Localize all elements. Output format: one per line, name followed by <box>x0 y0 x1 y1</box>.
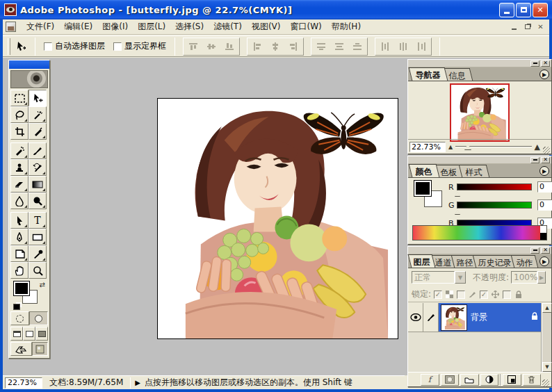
color-close-button[interactable]: ✕ <box>541 157 550 163</box>
menu-window[interactable]: 窗口(W) <box>285 19 326 34</box>
red-value-field[interactable]: 0 <box>537 181 552 193</box>
gradient-tool[interactable] <box>29 176 47 193</box>
notes-tool[interactable] <box>10 245 29 262</box>
menu-image[interactable]: 图像(I) <box>97 19 133 34</box>
distribute-vertical-center-button[interactable] <box>330 39 348 54</box>
minimize-button[interactable] <box>499 3 514 17</box>
align-vertical-center-button[interactable] <box>202 39 220 54</box>
tab-actions[interactable]: 动作 <box>511 255 538 268</box>
history-brush-tool[interactable] <box>29 159 47 176</box>
menu-select[interactable]: 选择(S) <box>170 19 209 34</box>
color-minimize-button[interactable] <box>530 157 539 163</box>
background-layer-row[interactable]: 背景 <box>408 303 541 332</box>
standard-screen-button[interactable] <box>10 327 23 341</box>
green-value-field[interactable]: 0 <box>537 199 552 211</box>
rectangular-marquee-tool[interactable] <box>10 90 29 106</box>
navigator-close-button[interactable]: ✕ <box>541 60 550 67</box>
layers-scrollbar[interactable]: ▲ ▼ <box>542 303 551 372</box>
distribute-left-button[interactable] <box>376 39 394 54</box>
lock-position-checkbox[interactable]: ✓ <box>480 291 488 299</box>
doc-minimize-button[interactable] <box>508 22 520 32</box>
menu-help[interactable]: 帮助(H) <box>327 19 366 34</box>
distribute-horizontal-center-button[interactable] <box>394 39 412 54</box>
navigator-resize-grip[interactable] <box>543 147 550 154</box>
move-tool[interactable] <box>29 90 47 106</box>
navigator-thumbnail[interactable] <box>450 83 510 142</box>
selected-layer[interactable]: 背景 <box>439 303 541 332</box>
pen-tool[interactable] <box>10 229 29 245</box>
navigator-title-strip[interactable]: ✕ <box>408 60 551 67</box>
layers-panel-menu-button[interactable]: ▶ <box>539 256 549 266</box>
auto-select-layer-option[interactable]: 自动选择图层 <box>44 40 105 52</box>
type-tool[interactable]: T <box>29 212 47 229</box>
menu-view[interactable]: 视图(V) <box>247 19 286 34</box>
red-slider-thumb[interactable] <box>455 191 460 196</box>
toolbox-title-bar[interactable] <box>9 60 49 69</box>
document-canvas[interactable] <box>157 98 398 339</box>
lock-transparency-checkbox[interactable]: ✓ <box>434 291 442 299</box>
opacity-arrow-icon[interactable]: ▶ <box>537 271 546 284</box>
path-select-tool[interactable] <box>10 212 29 229</box>
align-top-button[interactable] <box>184 39 202 54</box>
crop-tool[interactable] <box>10 123 29 140</box>
menu-file[interactable]: 文件(F) <box>22 19 59 34</box>
scroll-up-button[interactable]: ▲ <box>542 303 552 313</box>
status-menu-arrow-icon[interactable]: ▶ <box>135 379 140 386</box>
doc-close-button[interactable]: ✕ <box>535 22 546 32</box>
hand-tool[interactable] <box>10 262 29 279</box>
navigator-zoom-field[interactable]: 22.73% <box>409 142 446 152</box>
align-bottom-button[interactable] <box>220 39 238 54</box>
layer-thumbnail[interactable] <box>441 305 466 330</box>
standard-mode-button[interactable] <box>10 311 29 325</box>
tab-layers[interactable]: 图层 <box>408 254 436 268</box>
quick-mask-mode-button[interactable] <box>29 311 48 325</box>
layers-close-button[interactable]: ✕ <box>541 247 550 254</box>
eraser-tool[interactable] <box>10 176 29 193</box>
distribute-top-button[interactable] <box>312 39 330 54</box>
paint-indicator-cell[interactable] <box>423 303 439 332</box>
delete-layer-button[interactable] <box>523 374 542 386</box>
default-colors-icon[interactable] <box>13 304 20 310</box>
new-layer-set-button[interactable] <box>460 374 479 386</box>
photoshop-app-icon[interactable] <box>4 3 17 16</box>
magic-wand-tool[interactable] <box>29 106 47 123</box>
layer-mask-button[interactable] <box>441 374 460 386</box>
lock-pixels-checkbox[interactable] <box>457 291 465 299</box>
tab-color[interactable]: 颜色 <box>409 164 440 177</box>
color-spectrum-ramp[interactable] <box>412 225 547 240</box>
menu-edit[interactable]: 编辑(E) <box>59 19 97 34</box>
document-size-readout[interactable]: 文档:8.59M/7.65M <box>49 377 123 389</box>
layers-minimize-button[interactable] <box>530 247 539 254</box>
lasso-tool[interactable] <box>10 106 29 123</box>
show-bounding-box-option[interactable]: 显示定界框 <box>113 40 166 52</box>
eyedropper-tool[interactable] <box>29 245 47 262</box>
tab-navigator[interactable]: 导航器 <box>409 67 448 81</box>
layer-style-button[interactable]: f <box>421 374 439 386</box>
red-channel-slider[interactable] <box>457 183 532 190</box>
align-horizontal-center-button[interactable] <box>266 39 284 54</box>
visibility-cell[interactable] <box>408 303 423 332</box>
auto-select-layer-checkbox[interactable] <box>44 42 52 51</box>
color-title-strip[interactable]: ✕ <box>408 156 551 164</box>
color-foreground-swatch[interactable] <box>414 180 432 197</box>
options-bar-grip[interactable] <box>8 38 10 55</box>
maximize-button[interactable] <box>516 3 531 17</box>
doc-restore-button[interactable] <box>521 22 533 32</box>
blur-tool[interactable] <box>10 193 29 209</box>
swap-colors-icon[interactable]: ⇄ <box>40 281 45 288</box>
slice-tool[interactable] <box>29 123 47 140</box>
imageready-button[interactable] <box>32 342 48 356</box>
clone-stamp-tool[interactable] <box>10 159 29 176</box>
zoom-in-icon[interactable]: ▲ <box>532 142 543 152</box>
show-bounding-box-checkbox[interactable] <box>113 42 122 51</box>
status-zoom-field[interactable]: 22.73% <box>5 377 42 389</box>
tab-history[interactable]: 历史记录 <box>473 255 517 268</box>
shape-tool[interactable] <box>29 229 47 245</box>
menu-filter[interactable]: 滤镜(T) <box>209 19 247 34</box>
align-left-button[interactable] <box>248 39 266 54</box>
color-panel-menu-button[interactable]: ▶ <box>539 166 549 176</box>
distribute-bottom-button[interactable] <box>348 39 366 54</box>
new-layer-button[interactable] <box>503 374 521 386</box>
adobe-eye-banner[interactable] <box>10 70 48 88</box>
scroll-down-button[interactable]: ▼ <box>542 362 552 372</box>
